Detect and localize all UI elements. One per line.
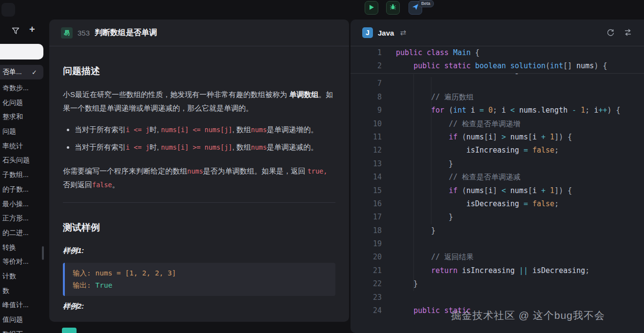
intro-paragraph: 小S最近在研究一些数组的性质，她发现有一种非常有趣的数组被称为 单调数组。如果一…	[63, 88, 335, 115]
language-label: Java	[378, 29, 394, 37]
check-icon: ✓	[32, 69, 37, 76]
example-output-value: True	[95, 281, 112, 289]
app-logo[interactable]	[1, 3, 15, 17]
line-number: 15	[351, 184, 382, 197]
code-line[interactable]: 9 for (int i = 0; i < nums.length - 1; i…	[351, 104, 644, 117]
sidebar-scrollbar[interactable]	[42, 246, 44, 260]
line-number: 12	[351, 144, 382, 157]
sidebar-item[interactable]: 奇数步...	[0, 81, 47, 96]
code-line[interactable]: 15 if (nums[i] < nums[i + 1]) {	[351, 184, 644, 197]
code-area: 6 boolean isDecreasing = true;78 // 遍历数组…	[351, 64, 644, 317]
filter-icon[interactable]	[12, 27, 20, 37]
problem-description: 问题描述 小S最近在研究一些数组的性质，她发现有一种非常有趣的数组被称为 单调数…	[49, 46, 349, 322]
sidebar-item[interactable]: 石头问题	[0, 153, 47, 168]
line-number: 2	[351, 59, 382, 73]
sidebar-item[interactable]: 率统计	[0, 139, 47, 154]
beta-badge: Beta	[418, 0, 434, 7]
sidebar-item[interactable]: 等价对...	[0, 255, 47, 269]
sidebar-item[interactable]: 最小操...	[0, 197, 47, 212]
code-line[interactable]: 14 // 检查是否单调递减	[351, 171, 644, 184]
code-line[interactable]: 23	[351, 291, 644, 304]
sidebar-item[interactable]: 的二进...	[0, 226, 47, 240]
sidebar-item[interactable]: 化问题	[0, 96, 47, 110]
add-icon[interactable]: +	[29, 24, 35, 35]
java-icon: J	[362, 27, 373, 38]
line-number: 8	[351, 91, 382, 104]
debug-icon	[390, 3, 396, 12]
editor-panel: J Java ⇄ 6 boolean isDecreasing = true;7…	[351, 20, 644, 333]
sidebar-selected-item[interactable]: 否单... ✓	[0, 65, 43, 79]
line-number: 23	[351, 291, 382, 304]
example2-label: 样例2:	[63, 302, 335, 311]
sidebar-list: 奇数步...化问题整求和问题率统计石头问题子数组...的子数...最小操...正…	[0, 81, 47, 333]
line-number: 24	[351, 304, 382, 317]
code-line[interactable]: 7	[351, 77, 644, 90]
line-number: 9	[351, 104, 382, 117]
code-line[interactable]: 20 // 返回结果	[351, 251, 644, 264]
code-line[interactable]: 18 }	[351, 224, 644, 237]
line-number: 11	[351, 131, 382, 144]
problem-sidebar: + 否单... ✓ 奇数步...化问题整求和问题率统计石头问题子数组...的子数…	[0, 20, 47, 333]
line-number: 19	[351, 237, 382, 251]
line-number: 18	[351, 224, 382, 237]
sidebar-item[interactable]: 整求和	[0, 110, 47, 124]
code-line[interactable]: 13 }	[351, 157, 644, 171]
sidebar-item[interactable]: 正方形...	[0, 211, 47, 226]
example-input-line: 输入: nums = [1, 2, 2, 3]	[73, 267, 328, 279]
sidebar-item-label: 否单...	[0, 68, 22, 77]
sidebar-item[interactable]: 数组下	[0, 327, 47, 333]
sidebar-item[interactable]: 问题	[0, 124, 47, 139]
problem-number: 353	[78, 29, 90, 37]
editor-header: J Java ⇄	[351, 20, 644, 46]
code-line[interactable]: 2 public static boolean solution(int[] n…	[351, 59, 644, 73]
indent-guide	[413, 74, 414, 291]
code-line[interactable]: 12 isIncreasing = false;	[351, 144, 644, 157]
debug-button[interactable]	[386, 1, 400, 15]
example-output-label: 输出:	[73, 281, 95, 289]
code-line[interactable]: 16 isDecreasing = false;	[351, 197, 644, 211]
sidebar-item[interactable]: 值问题	[0, 313, 47, 327]
run-icon	[369, 3, 374, 12]
line-number: 13	[351, 157, 382, 171]
sidebar-item[interactable]: 转换	[0, 240, 47, 255]
sidebar-active-item[interactable]	[0, 44, 43, 59]
section-heading-description: 问题描述	[63, 65, 335, 78]
sticky-scroll: 1public class Main {2 public static bool…	[351, 46, 644, 74]
code-line[interactable]: 8 // 遍历数组	[351, 91, 644, 104]
problem-panel: 易 353 判断数组是否单调 问题描述 小S最近在研究一些数组的性质，她发现有一…	[49, 20, 349, 322]
section-heading-examples: 测试样例	[63, 221, 335, 234]
problem-title: 判断数组是否单调	[95, 28, 157, 38]
line-number: 10	[351, 118, 382, 131]
code-line[interactable]: 19	[351, 237, 644, 251]
line-number: 14	[351, 171, 382, 184]
code-line[interactable]: 21 return isIncreasing || isDecreasing;	[351, 264, 644, 277]
problem-header: 易 353 判断数组是否单调	[49, 20, 349, 46]
divider	[63, 202, 335, 203]
bullet-item: 当对于所有索引i <= j时, nums[i] <= nums[j], 数组nu…	[75, 123, 335, 137]
sidebar-item[interactable]: 计数	[0, 269, 47, 284]
sidebar-item[interactable]: 数	[0, 284, 47, 298]
sidebar-item[interactable]: 峰值计...	[0, 298, 47, 313]
code-line[interactable]: 17 }	[351, 211, 644, 224]
line-number: 21	[351, 264, 382, 277]
line-number: 7	[351, 77, 382, 90]
partial-teal-badge	[62, 328, 77, 333]
language-swap-icon[interactable]: ⇄	[400, 28, 406, 37]
line-number: 1	[351, 46, 382, 59]
reset-code-icon[interactable]	[606, 29, 615, 37]
code-line[interactable]: 22 }	[351, 277, 644, 291]
code-line[interactable]: 10 // 检查是否单调递增	[351, 118, 644, 131]
bullet-item: 当对于所有索引i <= j时, nums[i] >= nums[j], 数组nu…	[75, 140, 335, 154]
example1-block: 输入: nums = [1, 2, 2, 3] 输出: True	[63, 263, 335, 296]
code-line[interactable]: 11 if (nums[i] > nums[i + 1]) {	[351, 131, 644, 144]
run-button[interactable]	[365, 1, 378, 15]
app-root: Beta + 否单... ✓ 奇数步...化问题整求和问题率统计石头问题子数组.…	[0, 0, 644, 333]
code-editor[interactable]: 6 boolean isDecreasing = true;78 // 遍历数组…	[351, 46, 644, 333]
example1-label: 样例1:	[63, 246, 335, 255]
swap-layout-icon[interactable]	[624, 29, 632, 37]
sidebar-item[interactable]: 的子数...	[0, 182, 47, 197]
code-line[interactable]: 1public class Main {	[351, 46, 644, 59]
sidebar-item[interactable]: 子数组...	[0, 168, 47, 182]
line-number: 20	[351, 251, 382, 264]
line-number: 16	[351, 197, 382, 211]
